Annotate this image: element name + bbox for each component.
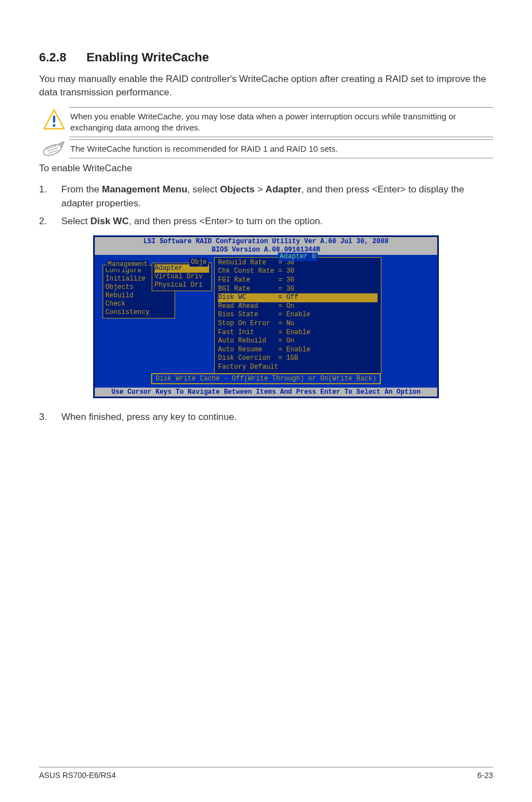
procedure-lead: To enable WriteCache bbox=[39, 162, 493, 175]
text-fragment: , select bbox=[187, 184, 220, 195]
section-heading: 6.2.8 Enabling WriteCache bbox=[39, 50, 493, 65]
objects-submenu[interactable]: Obje Adapter Virtual Driv Physical Dri bbox=[152, 263, 212, 291]
step-1: 1. From the Management Menu, select Obje… bbox=[39, 183, 493, 210]
prop-disk-coercion[interactable]: Disk Coercion = 1GB bbox=[218, 354, 378, 363]
prop-stop-on-error[interactable]: Stop On Error = No bbox=[218, 320, 378, 328]
step-number: 2. bbox=[39, 215, 61, 229]
text-bold: Adapter bbox=[265, 184, 301, 195]
text-fragment: Select bbox=[61, 216, 90, 226]
text-bold: Management Menu bbox=[102, 184, 187, 195]
prop-auto-rebuild[interactable]: Auto Rebuild = On bbox=[218, 337, 378, 346]
warning-text: When you enable WriteCache, you may lose… bbox=[69, 107, 493, 138]
footer-left: ASUS RS700-E6/RS4 bbox=[39, 771, 116, 780]
prop-bios-state[interactable]: Bios State = Enable bbox=[218, 311, 378, 320]
footer-right: 6-23 bbox=[477, 771, 493, 780]
menu-item-check-consistency[interactable]: Check Consistency bbox=[105, 300, 172, 317]
intro-paragraph: You may manually enable the RAID control… bbox=[39, 73, 493, 99]
menu-item-rebuild[interactable]: Rebuild bbox=[105, 292, 172, 300]
bios-screenshot: LSI Software RAID Configuration Utility … bbox=[93, 235, 439, 398]
bios-hint-box: Disk Write Cache - Off(Write Through) or… bbox=[151, 373, 381, 384]
step-3: 3. When finished, press any key to conti… bbox=[39, 410, 493, 424]
step-2: 2. Select Disk WC, and then press <Enter… bbox=[39, 215, 493, 229]
note-callout: The WriteCache function is recommended f… bbox=[39, 139, 493, 160]
prop-chk-const-rate[interactable]: Chk Const Rate = 30 bbox=[218, 267, 378, 276]
step-text: Select Disk WC, and then press <Enter> t… bbox=[61, 215, 493, 229]
adapter-panel-label: Adapter 0 bbox=[278, 253, 318, 262]
bios-title-line2: BIOS Version A.08.09161344R bbox=[95, 246, 437, 254]
prop-bgi-rate[interactable]: BGI Rate = 30 bbox=[218, 285, 378, 294]
bios-title-bar: LSI Software RAID Configuration Utility … bbox=[95, 237, 437, 255]
adapter-properties-panel[interactable]: Adapter 0 Rebuild Rate = 30 Chk Const Ra… bbox=[214, 257, 381, 374]
prop-factory-default[interactable]: Factory Default bbox=[218, 363, 378, 372]
management-menu-label: Management bbox=[107, 260, 149, 269]
note-text: The WriteCache function is recommended f… bbox=[69, 139, 493, 158]
step-number: 3. bbox=[39, 410, 61, 424]
section-number: 6.2.8 bbox=[39, 50, 66, 65]
prop-auto-resume[interactable]: Auto Resume = Enable bbox=[218, 346, 378, 355]
menu-item-physical-drive[interactable]: Physical Dri bbox=[154, 281, 209, 289]
note-icon bbox=[39, 139, 69, 160]
step-text: From the Management Menu, select Objects… bbox=[61, 183, 493, 210]
section-title: Enabling WriteCache bbox=[86, 50, 209, 64]
prop-read-ahead[interactable]: Read Ahead = On bbox=[218, 302, 378, 311]
warning-icon bbox=[39, 107, 69, 132]
procedure-list: 1. From the Management Menu, select Obje… bbox=[39, 183, 493, 229]
objects-submenu-label: Obje bbox=[190, 258, 208, 267]
prop-fgi-rate[interactable]: FGI Rate = 30 bbox=[218, 276, 378, 285]
prop-disk-wc[interactable]: Disk WC = Off bbox=[218, 293, 378, 302]
bios-footer-bar: Use Cursor Keys To Navigate Between Item… bbox=[95, 388, 437, 397]
bios-title-line1: LSI Software RAID Configuration Utility … bbox=[95, 238, 437, 246]
text-bold: Disk WC bbox=[90, 216, 129, 226]
page-footer: ASUS RS700-E6/RS4 6-23 bbox=[39, 767, 493, 780]
prop-fast-init[interactable]: Fast Init = Enable bbox=[218, 328, 378, 337]
text-fragment: From the bbox=[61, 184, 102, 195]
menu-item-virtual-drive[interactable]: Virtual Driv bbox=[154, 273, 209, 281]
warning-callout: When you enable WriteCache, you may lose… bbox=[39, 107, 493, 138]
bios-body: Management Configure Initialize Objects … bbox=[95, 255, 437, 388]
step-number: 1. bbox=[39, 183, 61, 210]
procedure-list-continued: 3. When finished, press any key to conti… bbox=[39, 410, 493, 424]
step-text: When finished, press any key to continue… bbox=[61, 410, 493, 424]
text-fragment: > bbox=[255, 184, 265, 195]
text-bold: Objects bbox=[220, 184, 254, 195]
text-fragment: , and then press <Enter> to turn on the … bbox=[129, 216, 323, 226]
svg-point-1 bbox=[53, 124, 56, 127]
svg-rect-0 bbox=[53, 115, 55, 123]
